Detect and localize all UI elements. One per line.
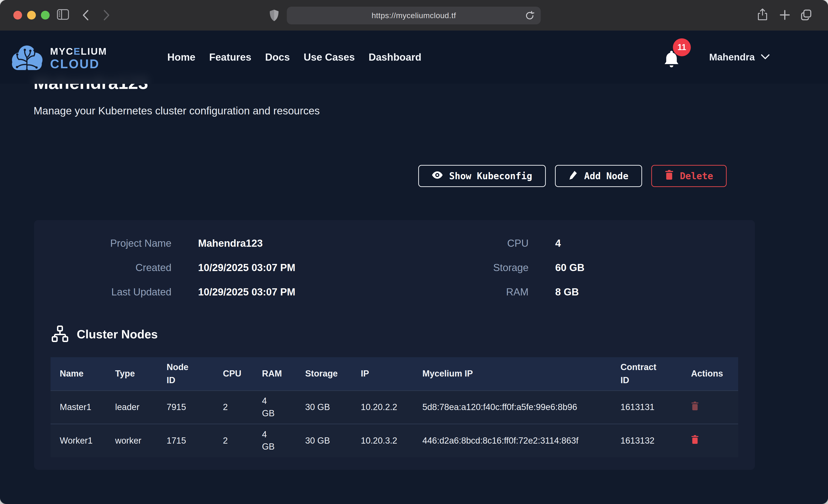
primary-nav: Home Features Docs Use Cases Dashboard	[167, 31, 421, 84]
network-nodes-icon	[51, 325, 69, 343]
forward-button-icon[interactable]	[103, 9, 111, 21]
close-window-button[interactable]	[13, 11, 22, 19]
cpu-label: CPU	[425, 238, 529, 249]
nav-link-home[interactable]: Home	[167, 51, 195, 63]
last-updated-value: 10/29/2025 03:07 PM	[198, 286, 295, 298]
created-value: 10/29/2025 03:07 PM	[198, 262, 295, 274]
storage-label: Storage	[425, 262, 529, 274]
last-updated-label: Last Updated	[34, 286, 171, 298]
col-contract-id: Contract ID	[611, 357, 682, 390]
cell-node-id: 7915	[157, 390, 214, 424]
page-subtitle: Manage your Kubernetes cluster configura…	[34, 104, 320, 117]
col-mycelium-ip: Mycelium IP	[413, 357, 611, 390]
share-icon[interactable]	[757, 8, 768, 21]
ram-value: 8 GB	[555, 286, 579, 298]
ram-row: RAM 8 GB	[425, 286, 584, 298]
table-row-master1: Master1 leader 7915 2 4 GB 30 GB 10.20.2…	[50, 390, 738, 424]
cluster-nodes-table: Name Type Node ID CPU RAM Storage IP Myc…	[50, 357, 738, 457]
show-kubeconfig-button[interactable]: Show Kubeconfig	[418, 165, 546, 187]
col-storage: Storage	[296, 357, 351, 390]
brand-logo[interactable]: MYCELIUM CLOUD	[9, 44, 107, 73]
notifications-button[interactable]: 11	[663, 50, 680, 70]
cluster-actions: Show Kubeconfig Add Node	[418, 165, 727, 187]
storage-value: 60 GB	[555, 262, 584, 274]
address-bar[interactable]: https://myceliumcloud.tf	[287, 7, 541, 24]
page-viewport: Mahendra123 Manage your Kubernetes clust…	[0, 31, 828, 504]
cluster-details-panel: Project Name Mahendra123 Created 10/29/2…	[34, 220, 755, 470]
cell-ram: 4 GB	[253, 424, 296, 457]
project-name-value: Mahendra123	[198, 238, 263, 249]
new-tab-icon[interactable]	[780, 10, 790, 20]
sidebar-toggle-icon[interactable]	[56, 9, 70, 20]
project-name-row: Project Name Mahendra123	[34, 238, 295, 249]
table-row-worker1: Worker1 worker 1715 2 4 GB 30 GB 10.20.3…	[50, 424, 738, 457]
project-info-left: Project Name Mahendra123 Created 10/29/2…	[34, 238, 295, 298]
created-label: Created	[34, 262, 171, 274]
last-updated-row: Last Updated 10/29/2025 03:07 PM	[34, 286, 295, 298]
mycelium-cloud-logo-icon	[9, 44, 45, 73]
cell-storage: 30 GB	[296, 390, 351, 424]
tab-overview-icon[interactable]	[800, 9, 812, 21]
project-name-label: Project Name	[34, 238, 171, 249]
cell-name: Worker1	[50, 424, 106, 457]
back-button-icon[interactable]	[82, 9, 89, 21]
user-name: Mahendra	[709, 52, 755, 63]
zoom-window-button[interactable]	[41, 11, 50, 19]
trash-icon	[665, 170, 673, 182]
bell-icon	[663, 66, 680, 70]
cell-mycelium-ip: 446:d2a6:8bcd:8c16:ff0f:72e2:3114:863f	[413, 424, 611, 457]
notification-count-badge: 11	[673, 38, 691, 56]
cell-name: Master1	[50, 390, 106, 424]
cell-type: leader	[106, 390, 157, 424]
delete-node-button[interactable]	[691, 435, 699, 444]
nav-link-use-cases[interactable]: Use Cases	[303, 51, 355, 63]
nav-link-docs[interactable]: Docs	[265, 51, 290, 63]
cell-storage: 30 GB	[296, 424, 351, 457]
nav-link-features[interactable]: Features	[209, 51, 251, 63]
col-ip: IP	[351, 357, 413, 390]
col-type: Type	[106, 357, 157, 390]
browser-toolbar: https://myceliumcloud.tf	[0, 0, 828, 31]
cluster-nodes-title: Cluster Nodes	[77, 327, 158, 341]
cluster-nodes-heading: Cluster Nodes	[51, 325, 158, 343]
delete-cluster-button[interactable]: Delete	[651, 165, 727, 187]
cell-ip: 10.20.3.2	[351, 424, 413, 457]
cell-cpu: 2	[214, 424, 253, 457]
cell-contract-id: 1613131	[611, 390, 682, 424]
col-actions: Actions	[682, 357, 738, 390]
pencil-icon	[569, 170, 578, 182]
minimize-window-button[interactable]	[27, 11, 36, 19]
delete-node-button[interactable]	[691, 402, 699, 411]
col-ram: RAM	[253, 357, 296, 390]
reload-icon[interactable]	[525, 10, 535, 21]
cell-ram: 4 GB	[253, 390, 296, 424]
nav-link-dashboard[interactable]: Dashboard	[369, 51, 421, 63]
cell-actions	[682, 424, 738, 457]
cell-mycelium-ip: 5d8:78ea:a120:f40c:ff0f:a5fe:99e6:8b96	[413, 390, 611, 424]
brand-wordmark: MYCELIUM CLOUD	[50, 47, 107, 70]
cell-actions	[682, 390, 738, 424]
cell-ip: 10.20.2.2	[351, 390, 413, 424]
col-name: Name	[50, 357, 106, 390]
cell-cpu: 2	[214, 390, 253, 424]
ram-label: RAM	[425, 286, 529, 298]
url-text: https://myceliumcloud.tf	[372, 11, 456, 20]
storage-row: Storage 60 GB	[425, 262, 584, 274]
cell-node-id: 1715	[157, 424, 214, 457]
user-menu[interactable]: Mahendra	[709, 31, 770, 84]
add-node-button[interactable]: Add Node	[555, 165, 642, 187]
browser-window: https://myceliumcloud.tf	[0, 0, 828, 504]
created-row: Created 10/29/2025 03:07 PM	[34, 262, 295, 274]
project-info-right: CPU 4 Storage 60 GB RAM 8 GB	[425, 238, 584, 298]
eye-icon	[432, 171, 443, 181]
table-header-row: Name Type Node ID CPU RAM Storage IP Myc…	[50, 357, 738, 390]
cell-contract-id: 1613132	[611, 424, 682, 457]
window-controls	[13, 11, 50, 19]
privacy-shield-icon[interactable]	[270, 9, 279, 22]
col-cpu: CPU	[214, 357, 253, 390]
site-navbar: MYCELIUM CLOUD Home Features Docs Use Ca…	[0, 31, 828, 84]
cpu-value: 4	[555, 238, 561, 249]
cell-type: worker	[106, 424, 157, 457]
chevron-down-icon	[761, 54, 770, 60]
col-node-id: Node ID	[157, 357, 214, 390]
